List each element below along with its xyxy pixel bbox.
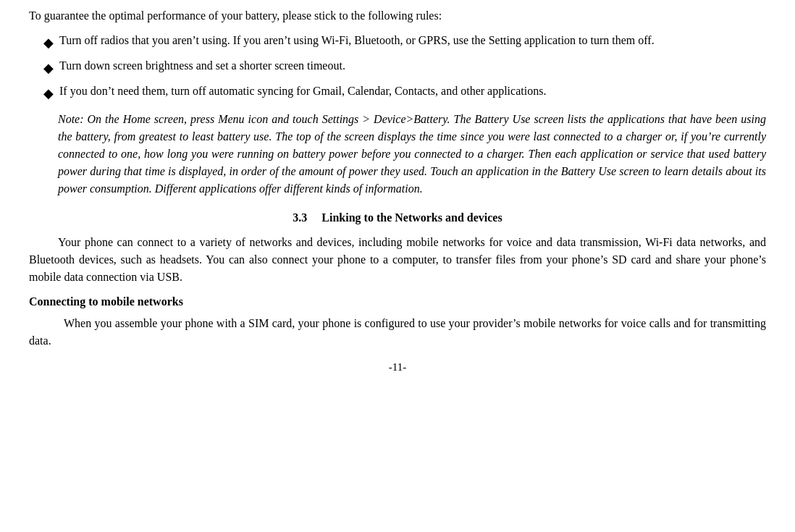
intro-line: To guarantee the optimal performance of … <box>29 7 766 25</box>
bullet-text-2: Turn down screen brightness and set a sh… <box>59 57 766 75</box>
list-item: ◆ If you don’t need them, turn off autom… <box>43 83 766 104</box>
page-content: To guarantee the optimal performance of … <box>29 7 766 373</box>
section-title: Linking to the Networks and devices <box>321 211 502 224</box>
subsection-heading: Connecting to mobile networks <box>29 293 766 311</box>
bullet-diamond-icon: ◆ <box>43 84 59 104</box>
list-item: ◆ Turn down screen brightness and set a … <box>43 57 766 78</box>
bullet-text-3: If you don’t need them, turn off automat… <box>59 83 766 100</box>
bullet-diamond-icon: ◆ <box>43 33 59 53</box>
note-block: Note: On the Home screen, press Menu ico… <box>58 111 766 198</box>
page-number: -11- <box>29 361 766 373</box>
bullet-list: ◆ Turn off radios that you aren’t using.… <box>43 32 766 104</box>
section-heading: 3.3 Linking to the Networks and devices <box>29 209 766 227</box>
section-number: 3.3 <box>293 211 307 224</box>
section-paragraph: Your phone can connect to a variety of n… <box>29 234 766 286</box>
bullet-text-1: Turn off radios that you aren’t using. I… <box>59 32 766 49</box>
subsection-paragraph: When you assemble your phone with a SIM … <box>29 315 766 350</box>
bullet-diamond-icon: ◆ <box>43 59 59 78</box>
list-item: ◆ Turn off radios that you aren’t using.… <box>43 32 766 53</box>
